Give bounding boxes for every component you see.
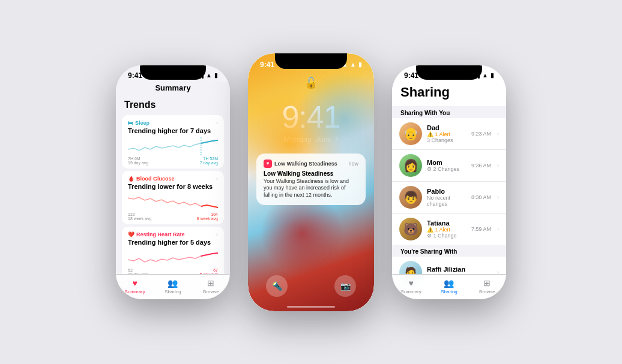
tab-sharing[interactable]: 👥 Sharing [154,278,192,294]
sharing-tab-icon: 👥 [168,278,178,288]
mom-time: 9:36 AM [471,163,491,169]
notif-app: ♥ Low Walking Steadiness [264,160,337,168]
heart-chart [128,249,218,267]
lock-wifi-icon: ▲ [350,61,356,68]
sharing-tab-bar: ♥ Summary 👥 Sharing ⊞ Browse [392,274,506,299]
pablo-chevron: › [497,194,499,200]
blood-glucose-card[interactable]: 🩸 Blood Glucose › Trending lower for 8 w… [122,171,224,224]
blood-chevron: › [216,176,218,182]
avatar-dad-img: 👴 [399,122,422,145]
avatar-tatiana: 🐻 [399,218,422,240]
dad-name: Dad [427,124,466,131]
sharing-tab-browse[interactable]: ⊞ Browse [468,278,506,294]
sharing-browse-icon: ⊞ [483,278,491,288]
blood-chart-avg: 18 week avg 8 week avg [128,216,218,221]
heart-chart-labels: 62 67 [128,268,218,272]
notif-body: Your Walking Steadiness is low and you m… [264,178,358,199]
sharing-battery-icon: ▮ [491,72,494,79]
sharing-tab-summary[interactable]: ♥ Summary [392,278,430,294]
pablo-info: Pablo No recent changes [427,188,466,207]
lock-status-time: 9:41 [260,61,274,69]
sharing-tab-label: Sharing [165,289,181,294]
sleep-trend-card[interactable]: 🛏 Sleep › Trending higher for 7 days 7H … [122,115,224,169]
sharing-tab-sharing[interactable]: 👥 Sharing [430,278,468,294]
phone-sharing: 9:41 ▲ ▮ Sharing Sharing With You 👴 [392,65,506,299]
notch [140,65,206,80]
notif-header: ♥ Low Walking Steadiness now [264,160,358,168]
notch-sharing [416,65,482,80]
sharing-item-dad[interactable]: 👴 Dad ⚠️ 1 Alert 3 Changes 9:23 AM › [392,118,506,150]
notif-title: Low Walking Steadiness [264,170,358,177]
heart-chevron: › [216,231,218,237]
pablo-detail: No recent changes [427,195,466,207]
pablo-name: Pablo [427,188,466,195]
flashlight-icon[interactable]: 🔦 [266,275,288,297]
blood-trend-label: 🩸 Blood Glucose [128,176,175,182]
heart-icon: ❤️ [128,231,134,237]
notch-lock [275,53,347,69]
lock-screen-bg: 9:41 ▲▲ ▲ ▮ 🔓 9:41 Monday, June 7 ♥ Low … [248,53,374,311]
sharing-item-pablo[interactable]: 👦 Pablo No recent changes 8:30 AM › [392,182,506,213]
sharing-sharing-icon: 👥 [444,278,454,288]
tatiana-name: Tatiana [427,219,466,227]
trends-section-title: Trends [116,96,230,113]
dad-info: Dad ⚠️ 1 Alert 3 Changes [427,124,466,143]
camera-icon[interactable]: 📷 [334,275,356,297]
tab-summary[interactable]: ♥ Summary [116,278,154,294]
sharing-browse-label: Browse [479,289,495,294]
sharing-summary-label: Summary [401,289,421,294]
heart-rate-card[interactable]: ❤️ Resting Heart Rate › Trending higher … [122,227,224,280]
dad-chevron: › [497,131,499,137]
sleep-trend-label: 🛏 Sleep [128,120,149,126]
avatar-pablo-img: 👦 [399,186,422,209]
avatar-tatiana-img: 🐻 [399,218,422,240]
lock-bottom-controls: 🔦 📷 [248,275,374,297]
sleep-chevron: › [216,120,218,126]
heart-trend-title: Trending higher for 5 days [128,239,218,246]
tab-bar: ♥ Summary 👥 Sharing ⊞ Browse [116,274,230,299]
phone-lock-screen: 9:41 ▲▲ ▲ ▮ 🔓 9:41 Monday, June 7 ♥ Low … [248,53,374,311]
blood-chart [128,193,218,211]
sleep-trend-title: Trending higher for 7 days [128,127,218,135]
phone-health-summary: 9:41 ▲ ▮ Summary Trends 🛏 Sleep [116,65,230,299]
tatiana-alert: ⚠️ 1 Alert [427,227,466,233]
sleep-chart [128,137,218,155]
tab-browse[interactable]: ⊞ Browse [192,278,230,294]
dad-alert: ⚠️ 1 Alert [427,131,466,137]
summary-tab-label: Summary [125,289,145,294]
tatiana-chevron: › [497,226,499,232]
health-content: Trends 🛏 Sleep › Trending higher for 7 d… [116,96,230,299]
lock-battery-icon: ▮ [358,61,362,68]
youre-sharing-label: You're Sharing With [392,245,506,257]
sleep-icon: 🛏 [128,120,133,126]
nav-title: Summary [116,82,230,96]
mom-chevron: › [497,163,499,169]
dad-time: 9:23 AM [471,131,491,137]
notif-app-name: Low Walking Steadiness [274,161,337,167]
blood-icon: 🩸 [128,176,134,182]
avatar-mom: 👩 [399,154,422,177]
home-indicator [287,306,335,308]
tatiana-detail: ⚙ 1 Change [427,233,466,239]
browse-tab-label: Browse [203,289,219,294]
sharing-item-mom[interactable]: 👩 Mom ⚙ 2 Changes 9:36 AM › [392,150,506,182]
mom-name: Mom [427,159,466,166]
sharing-sharing-label: Sharing [441,289,457,294]
pablo-time: 8:30 AM [471,194,491,200]
blood-trend-title: Trending lower for 8 weeks [128,183,218,191]
tatiana-time: 7:59 AM [471,226,491,232]
sharing-wifi-icon: ▲ [482,72,488,79]
raffi-name: Raffi Jilizian [427,266,491,273]
battery-icon: ▮ [214,72,218,79]
lock-notification[interactable]: ♥ Low Walking Steadiness now Low Walking… [256,154,366,205]
blood-chart-labels: 122 104 [128,212,218,216]
sharing-with-you-label: Sharing With You [392,106,506,118]
heart-trend-label: ❤️ Resting Heart Rate [128,231,185,237]
sharing-summary-icon: ♥ [409,278,414,288]
sleep-chart-labels: 7H 6M 7H 52M [128,157,218,161]
mom-detail: ⚙ 2 Changes [427,166,466,172]
avatar-mom-img: 👩 [399,154,422,177]
dad-detail: 3 Changes [427,137,466,143]
avatar-dad: 👴 [399,122,422,145]
sharing-item-tatiana[interactable]: 🐻 Tatiana ⚠️ 1 Alert ⚙ 1 Change 7:59 AM … [392,213,506,245]
